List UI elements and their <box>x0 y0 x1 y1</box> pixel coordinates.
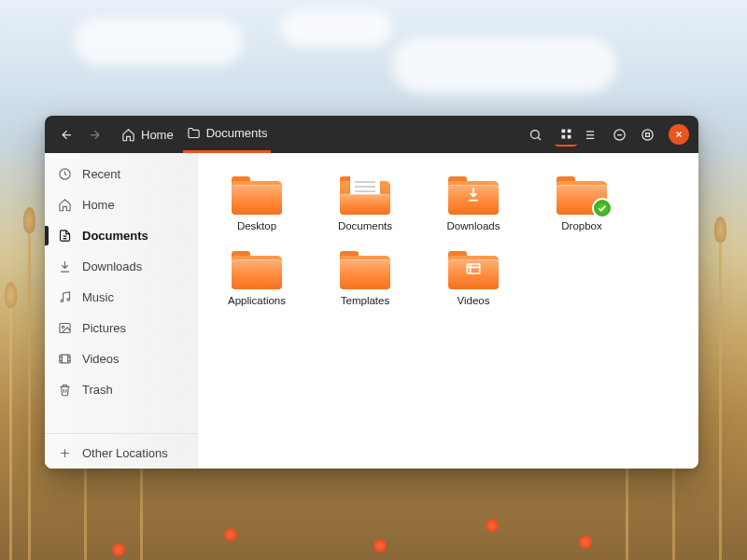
file-manager-window: Home Documents <box>45 116 698 469</box>
breadcrumb-documents[interactable]: Documents <box>183 116 272 153</box>
sidebar-item-label: Music <box>82 290 114 304</box>
svg-point-0 <box>530 130 539 138</box>
sidebar-item-music[interactable]: Music <box>45 282 197 313</box>
sidebar-item-recent[interactable]: Recent <box>45 159 197 189</box>
list-view-button[interactable] <box>577 122 599 147</box>
sidebar: Recent Home Documents Downloads Music Pi… <box>45 153 198 469</box>
video-icon <box>448 248 499 289</box>
sidebar-item-videos[interactable]: Videos <box>45 343 197 374</box>
folder-icon <box>340 174 390 215</box>
sidebar-item-downloads[interactable]: Downloads <box>45 251 197 282</box>
folder-icon <box>232 174 282 215</box>
maximize-button[interactable] <box>635 122 659 147</box>
folder-icon <box>448 248 499 289</box>
svg-point-6 <box>641 129 652 139</box>
plus-icon <box>58 446 72 460</box>
forward-button[interactable] <box>82 122 106 147</box>
svg-rect-14 <box>467 264 479 273</box>
breadcrumb-home[interactable]: Home <box>118 116 177 153</box>
folder-documents[interactable]: Documents <box>325 174 405 231</box>
folder-icon <box>448 174 499 215</box>
close-button[interactable] <box>669 124 689 145</box>
svg-point-10 <box>67 299 70 301</box>
sync-ok-badge <box>592 198 613 218</box>
download-icon <box>448 174 499 215</box>
folder-applications[interactable]: Applications <box>217 248 297 306</box>
sidebar-item-documents[interactable]: Documents <box>45 220 197 251</box>
sidebar-item-label: Home <box>82 198 115 212</box>
folder-videos[interactable]: Videos <box>433 248 514 306</box>
folder-downloads[interactable]: Downloads <box>433 174 514 231</box>
search-button[interactable] <box>523 122 547 147</box>
breadcrumb-label: Home <box>141 128 174 142</box>
folder-label: Downloads <box>447 220 500 231</box>
sidebar-item-label: Documents <box>82 229 148 243</box>
folder-label: Videos <box>458 295 490 306</box>
picture-icon <box>58 321 72 335</box>
clock-icon <box>58 167 72 181</box>
folder-label: Desktop <box>237 220 276 231</box>
sidebar-item-label: Pictures <box>82 321 126 335</box>
grid-view-button[interactable] <box>555 122 577 147</box>
music-icon <box>58 290 72 304</box>
folder-desktop[interactable]: Desktop <box>217 174 297 231</box>
folder-grid: Desktop Documents Downloads <box>198 153 698 469</box>
sidebar-item-label: Downloads <box>82 259 142 273</box>
breadcrumb-label: Documents <box>206 126 268 140</box>
folder-icon <box>340 248 390 289</box>
titlebar: Home Documents <box>45 116 698 153</box>
breadcrumb: Home Documents <box>118 116 271 153</box>
sidebar-item-label: Other Locations <box>82 446 168 460</box>
svg-point-9 <box>61 300 63 302</box>
folder-label: Documents <box>338 220 392 231</box>
sidebar-item-trash[interactable]: Trash <box>45 374 197 405</box>
svg-rect-11 <box>60 324 70 333</box>
svg-point-12 <box>62 326 64 329</box>
folder-label: Applications <box>228 295 286 306</box>
trash-icon <box>58 383 72 397</box>
view-toggle <box>555 122 599 147</box>
minimize-button[interactable] <box>607 122 631 147</box>
folder-dropbox[interactable]: Dropbox <box>542 174 622 231</box>
svg-rect-3 <box>561 134 565 138</box>
svg-rect-4 <box>567 134 571 138</box>
sidebar-item-home[interactable]: Home <box>45 189 197 220</box>
folder-templates[interactable]: Templates <box>325 248 405 306</box>
back-button[interactable] <box>54 122 78 147</box>
divider <box>45 433 197 434</box>
video-icon <box>58 352 72 366</box>
sidebar-item-label: Recent <box>82 167 120 181</box>
svg-rect-1 <box>561 129 565 133</box>
sidebar-item-label: Videos <box>82 352 120 366</box>
sidebar-item-other-locations[interactable]: Other Locations <box>45 438 197 469</box>
svg-rect-2 <box>567 129 571 133</box>
folder-icon <box>557 174 607 215</box>
svg-rect-7 <box>645 133 649 136</box>
document-icon <box>58 229 72 243</box>
download-icon <box>58 259 72 273</box>
home-icon <box>58 198 72 212</box>
svg-rect-13 <box>60 355 70 363</box>
folder-icon <box>232 248 282 289</box>
sidebar-item-label: Trash <box>82 383 113 397</box>
folder-label: Templates <box>341 295 389 306</box>
folder-label: Dropbox <box>561 220 601 231</box>
sidebar-item-pictures[interactable]: Pictures <box>45 313 197 343</box>
